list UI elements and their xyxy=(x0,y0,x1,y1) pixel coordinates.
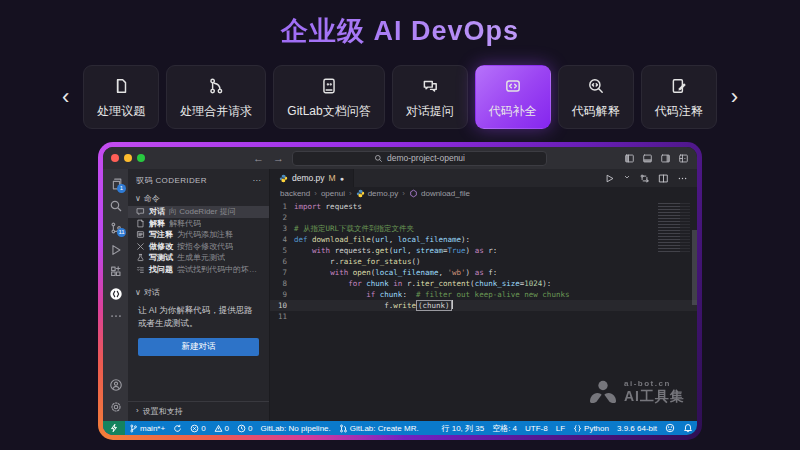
breadcrumb-item-openui[interactable]: openui xyxy=(321,189,345,198)
token: write xyxy=(393,301,416,310)
command-item-解释[interactable]: 解释解释代码 xyxy=(128,218,269,230)
code-line[interactable]: 10 f.write(chunk) xyxy=(270,300,697,311)
activitybar-source-control[interactable]: 11 xyxy=(103,217,128,239)
status-item[interactable]: 行 10, 列 35 xyxy=(437,423,488,434)
feature-card-code-complete[interactable]: 代码补全 xyxy=(475,65,551,129)
more-icon[interactable] xyxy=(677,173,688,184)
comment-icon xyxy=(136,207,145,216)
breadcrumb-item-backend[interactable]: backend xyxy=(280,189,310,198)
code-line[interactable]: 3# 从指定URL下载文件到指定文件夹 xyxy=(270,223,697,234)
status-pipeline[interactable]: 0 xyxy=(233,424,256,433)
activitybar-coderider[interactable] xyxy=(103,283,128,305)
feature-card-code-explain[interactable]: 代码解释 xyxy=(558,65,634,129)
feature-card-merge-request[interactable]: 处理合并请求 xyxy=(166,65,266,129)
chevron-down-icon[interactable] xyxy=(623,173,631,184)
status-warning[interactable]: 0 xyxy=(210,424,233,433)
breadcrumb-label: download_file xyxy=(421,189,470,198)
command-item-写注释[interactable]: 写注释为代码添加注释 xyxy=(128,229,269,241)
activitybar-more[interactable] xyxy=(103,305,128,327)
status-item[interactable]: LF xyxy=(552,424,569,433)
history-forward-icon[interactable]: → xyxy=(273,152,284,164)
zoom-button[interactable] xyxy=(137,154,145,162)
command-center-search[interactable]: demo-project-openui xyxy=(292,151,547,166)
layout-panel-icon[interactable] xyxy=(642,153,653,164)
status-item[interactable]: 空格: 4 xyxy=(488,423,521,434)
minimap[interactable] xyxy=(658,203,690,253)
status-item[interactable]: 3.9.6 64-bit xyxy=(613,424,661,433)
unsaved-dot-icon[interactable]: ● xyxy=(340,175,344,182)
activitybar-settings-gear[interactable] xyxy=(103,396,128,418)
code-line[interactable]: 4def download_file(url, local_filename): xyxy=(270,234,697,245)
close-button[interactable] xyxy=(111,154,119,162)
traffic-lights[interactable] xyxy=(111,154,145,162)
vscode-titlebar: ← → demo-project-openui xyxy=(103,147,697,169)
command-name: 做修改 xyxy=(149,241,173,252)
layout-sidebar-icon[interactable] xyxy=(624,153,635,164)
mr-icon xyxy=(339,424,348,433)
line-content: f.write(chunk) xyxy=(294,300,453,311)
activitybar-explorer[interactable]: 1 xyxy=(103,173,128,195)
scrollbar[interactable] xyxy=(692,200,697,421)
chat-section-header[interactable]: ∨ 对话 xyxy=(128,285,269,300)
carousel-next-button[interactable]: › xyxy=(725,86,744,108)
status-item[interactable]: UTF-8 xyxy=(521,424,552,433)
settings-support-row[interactable]: › 设置和支持 xyxy=(128,401,269,421)
token: chunk xyxy=(366,279,389,288)
carousel-prev-button[interactable]: ‹ xyxy=(56,86,75,108)
feature-card-chat-ask[interactable]: 对话提问 xyxy=(392,65,468,129)
code-line[interactable]: 1import requests xyxy=(270,201,697,212)
history-back-icon[interactable]: ← xyxy=(253,152,264,164)
scrollbar-thumb[interactable] xyxy=(692,230,697,305)
new-chat-button[interactable]: 新建对话 xyxy=(138,338,259,356)
text-cursor xyxy=(452,300,453,309)
status-bell[interactable] xyxy=(679,423,697,433)
token: get xyxy=(375,246,389,255)
breadcrumb-item-download_file[interactable]: download_file xyxy=(409,189,470,198)
token: for xyxy=(348,279,366,288)
code-line[interactable]: 7 with open(local_filename, 'wb') as f: xyxy=(270,267,697,278)
diff-icon[interactable] xyxy=(639,173,650,184)
layout-customize-icon[interactable] xyxy=(678,153,689,164)
code-line[interactable]: 9 if chunk: # filter out keep-alive new … xyxy=(270,289,697,300)
sidebar-more-icon[interactable]: ⋯ xyxy=(253,176,261,185)
status-branch[interactable]: main*+ xyxy=(125,424,169,433)
activitybar-extensions[interactable] xyxy=(103,261,128,283)
line-content: if chunk: # filter out keep-alive new ch… xyxy=(294,289,569,300)
split-icon[interactable] xyxy=(658,173,669,184)
status-error[interactable]: 0 xyxy=(186,424,209,433)
commands-section-header[interactable]: ∨ 命令 xyxy=(128,191,269,206)
layout-secondary-icon[interactable] xyxy=(660,153,671,164)
status-mr[interactable]: GitLab: Create MR. xyxy=(335,424,423,433)
command-item-对话[interactable]: 对话向 CodeRider 提问 xyxy=(128,206,269,218)
code-line[interactable]: 11 xyxy=(270,311,697,322)
status-sync[interactable] xyxy=(169,424,186,433)
code-line[interactable]: 6 r.raise_for_status() xyxy=(270,256,697,267)
command-item-写测试[interactable]: 写测试生成单元测试 xyxy=(128,252,269,264)
search-icon xyxy=(374,154,383,163)
status-text: LF xyxy=(556,424,565,433)
status-feedback[interactable] xyxy=(661,423,679,433)
code-line[interactable]: 8 for chunk in r.iter_content(chunk_size… xyxy=(270,278,697,289)
line-number: 11 xyxy=(270,311,294,322)
status-braces[interactable]: Python xyxy=(569,424,613,433)
minimize-button[interactable] xyxy=(124,154,132,162)
code-line[interactable]: 2 xyxy=(270,212,697,223)
command-item-做修改[interactable]: 做修改按指令修改代码 xyxy=(128,241,269,253)
activitybar-search[interactable] xyxy=(103,195,128,217)
status-remote[interactable] xyxy=(103,421,125,435)
run-icon[interactable] xyxy=(604,173,615,184)
code-complete-icon xyxy=(504,76,522,96)
command-item-找问题[interactable]: 找问题尝试找到代码中的坏… xyxy=(128,264,269,276)
status-item[interactable]: GitLab: No pipeline. xyxy=(256,424,334,433)
code-line[interactable]: 5 with requests.get(url, stream=True) as… xyxy=(270,245,697,256)
tab-demo-py[interactable]: demo.py M ● xyxy=(270,169,354,187)
activitybar-account[interactable] xyxy=(103,374,128,396)
feature-card-doc-qa[interactable]: GitLab文档问答 xyxy=(273,65,384,129)
feature-card-code-comment[interactable]: 代码注释 xyxy=(641,65,717,129)
feature-card-label: 处理合并请求 xyxy=(180,103,252,120)
token: iter_content xyxy=(416,279,470,288)
activitybar-debug[interactable] xyxy=(103,239,128,261)
gradient-frame: ← → demo-project-openui 111 驭码 CODERIDER… xyxy=(98,142,702,440)
breadcrumb-item-demo.py[interactable]: demo.py xyxy=(356,189,399,198)
feature-card-issue[interactable]: 处理议题 xyxy=(83,65,159,129)
